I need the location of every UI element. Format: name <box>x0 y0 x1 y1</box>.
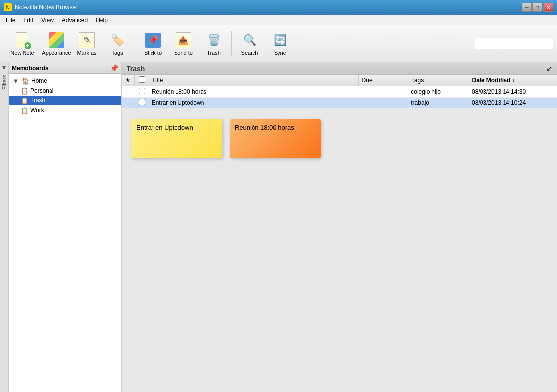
sidebar-item-trash[interactable]: 📋 Trash <box>9 96 121 105</box>
main-container: ▼ Filters Memoboards 📌 ▼ 🏠 Home 📋 Person… <box>0 62 557 392</box>
appearance-button[interactable]: Appearance <box>42 28 71 60</box>
table-row[interactable]: ☆ Reunión 18:00 horas colegio-hijo 08/03… <box>122 86 557 98</box>
check-cell-2[interactable] <box>134 98 149 109</box>
sticky-note-2[interactable]: Reunión 18:00 horas <box>230 119 321 158</box>
menu-view[interactable]: View <box>37 16 58 24</box>
trash-button[interactable]: 🗑️ Trash <box>199 28 228 60</box>
mark-as-button[interactable]: Mark as <box>72 28 101 60</box>
tags-icon: 🏷️ <box>108 31 126 49</box>
sidebar-pin[interactable]: 📌 <box>110 64 118 72</box>
sticky-note-2-title: Reunión 18:00 horas <box>235 124 294 131</box>
trash-label: Trash <box>30 97 45 104</box>
star-cell-2[interactable]: ☆ <box>122 98 134 109</box>
filter-icon[interactable]: ▼ <box>1 64 7 71</box>
row-checkbox-2[interactable] <box>139 99 145 105</box>
check-cell-1[interactable] <box>134 86 149 98</box>
table-row[interactable]: ☆ Entrar en Uptodown trabajo 08/03/2013 … <box>122 98 557 109</box>
app-icon: N <box>4 3 12 11</box>
personal-icon: 📋 <box>21 87 28 95</box>
toolbar-separator-1 <box>135 31 135 56</box>
sticky-note-1[interactable]: Entrar en Uptodown <box>131 119 222 158</box>
title-cell-1[interactable]: Reunión 18:00 horas <box>149 86 358 98</box>
menu-edit[interactable]: Edit <box>19 16 37 24</box>
sort-icon: ↓ <box>512 77 515 84</box>
home-label: Home <box>31 77 47 84</box>
trash-icon: 🗑️ <box>205 31 223 49</box>
maximize-button[interactable]: □ <box>532 3 542 12</box>
personal-label: Personal <box>30 87 53 94</box>
menu-bar: File Edit View Advanced Help <box>0 15 557 25</box>
toolbar-search-input[interactable] <box>477 40 551 47</box>
table: ★ Title Due Tags <box>122 75 557 109</box>
search-button[interactable]: 🔍 Search <box>235 28 264 60</box>
filters-label[interactable]: Filters <box>1 75 7 90</box>
title-bar: N Notezilla Notes Browser ─ □ ✕ <box>0 0 557 15</box>
new-note-button[interactable]: + New Note <box>4 28 41 60</box>
title-cell-2[interactable]: Entrar en Uptodown <box>149 98 358 109</box>
notes-preview: Entrar en Uptodown Reunión 18:00 horas <box>122 109 557 392</box>
work-label: Work <box>30 107 44 114</box>
sidebar: Memoboards 📌 ▼ 🏠 Home 📋 Personal 📋 Trash <box>9 62 122 392</box>
sync-button[interactable]: 🔄 Sync <box>265 28 295 60</box>
sidebar-title: Memoboards <box>12 65 49 72</box>
table-body: ☆ Reunión 18:00 horas colegio-hijo 08/03… <box>122 86 557 109</box>
minimize-button[interactable]: ─ <box>522 3 532 12</box>
th-date-modified[interactable]: Date Modified ↓ <box>469 75 557 86</box>
window-title: Notezilla Notes Browser <box>15 4 522 11</box>
content-panel: Trash ⤢ ★ Title <box>122 62 557 392</box>
work-icon: 📋 <box>21 107 28 114</box>
window-controls: ─ □ ✕ <box>522 3 553 12</box>
sync-icon: 🔄 <box>271 31 289 49</box>
send-to-icon: 📤 <box>175 31 192 49</box>
home-icon: 🏠 <box>22 77 29 85</box>
date-cell-1: 08/03/2013 14:14:30 <box>469 86 557 98</box>
due-cell-2 <box>358 98 408 109</box>
search-icon: 🔍 <box>241 31 258 49</box>
table-header-row: ★ Title Due Tags <box>122 75 557 86</box>
row-checkbox-1[interactable] <box>139 88 145 94</box>
menu-file[interactable]: File <box>2 16 19 24</box>
mark-as-icon <box>78 31 96 49</box>
sticky-note-1-title: Entrar en Uptodown <box>136 124 193 131</box>
sidebar-header: Memoboards 📌 <box>9 62 121 74</box>
trash-tree-icon: 📋 <box>21 97 28 104</box>
due-cell-1 <box>358 86 408 98</box>
th-title[interactable]: Title <box>149 75 358 86</box>
close-button[interactable]: ✕ <box>543 3 553 12</box>
content-title: Trash <box>127 65 145 73</box>
tags-cell-1: colegio-hijo <box>408 86 469 98</box>
filters-strip: ▼ Filters <box>0 62 9 392</box>
toolbar-search-box[interactable] <box>475 38 553 49</box>
sidebar-item-home[interactable]: ▼ 🏠 Home <box>9 76 121 86</box>
star-cell-1[interactable]: ☆ <box>122 86 134 98</box>
select-all-checkbox[interactable] <box>139 76 145 83</box>
content-header: Trash ⤢ <box>122 62 557 75</box>
th-star[interactable]: ★ <box>122 75 134 86</box>
th-check[interactable] <box>134 75 149 86</box>
sidebar-item-personal[interactable]: 📋 Personal <box>9 86 121 96</box>
home-expand-icon: ▼ <box>12 77 20 85</box>
content-header-icon[interactable]: ⤢ <box>546 65 552 73</box>
th-tags[interactable]: Tags <box>408 75 469 86</box>
stick-to-button[interactable]: 📌 Stick to <box>138 28 168 60</box>
sidebar-item-work[interactable]: 📋 Work <box>9 105 121 115</box>
toolbar: + New Note Appearance Mark as 🏷️ Tags 📌 … <box>0 25 557 62</box>
menu-help[interactable]: Help <box>92 16 112 24</box>
new-note-icon: + <box>14 31 31 49</box>
notes-table: ★ Title Due Tags <box>122 75 557 109</box>
sidebar-tree: ▼ 🏠 Home 📋 Personal 📋 Trash 📋 Work <box>9 74 121 392</box>
stick-to-icon: 📌 <box>144 31 162 49</box>
th-due[interactable]: Due <box>358 75 408 86</box>
tags-cell-2: trabajo <box>408 98 469 109</box>
date-cell-2: 08/03/2013 14:10:24 <box>469 98 557 109</box>
menu-advanced[interactable]: Advanced <box>58 16 92 24</box>
tags-button[interactable]: 🏷️ Tags <box>102 28 132 60</box>
appearance-icon <box>48 31 65 49</box>
toolbar-separator-2 <box>231 31 232 56</box>
send-to-button[interactable]: 📤 Send to <box>169 28 198 60</box>
